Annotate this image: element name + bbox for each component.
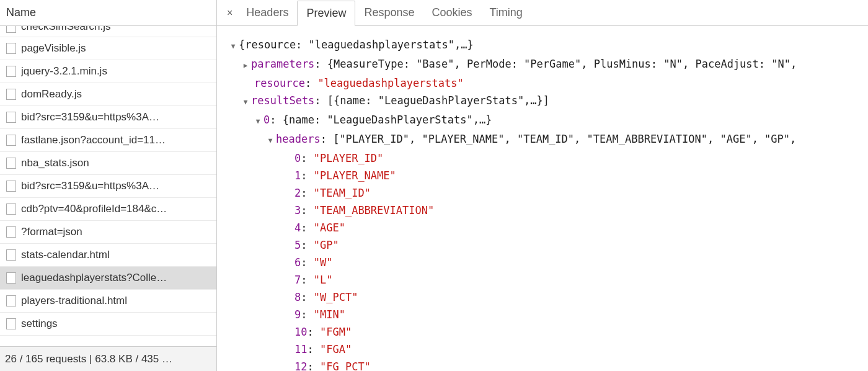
json-string: "PLAYER_ID" <box>314 152 384 164</box>
json-string: "AGE" <box>314 221 345 234</box>
tab-timing[interactable]: Timing <box>481 1 531 25</box>
request-name: pageVisible.js <box>21 42 86 55</box>
json-string: "GP" <box>314 239 339 251</box>
json-preview[interactable]: {resource: "leaguedashplayerstats",…} pa… <box>217 26 868 371</box>
json-string: "TEAM_ID" <box>314 187 371 199</box>
request-row[interactable]: pageVisible.js <box>0 37 216 60</box>
json-key: resource <box>254 77 305 89</box>
json-string: "leaguedashplayerstats" <box>317 77 463 89</box>
expand-toggle-icon[interactable] <box>242 94 249 111</box>
json-key: parameters <box>251 58 314 70</box>
json-index: 6 <box>294 256 301 269</box>
file-icon <box>6 135 16 146</box>
file-icon <box>6 295 16 306</box>
request-list[interactable]: checkSimSearch.jspageVisible.jsjquery-3.… <box>0 26 216 346</box>
request-name: cdb?ptv=40&profileId=184&c… <box>21 203 167 215</box>
json-string: "TEAM_ABBREVIATION" <box>314 204 434 217</box>
request-row[interactable]: domReady.js <box>0 83 216 106</box>
json-index: 9 <box>294 308 301 321</box>
json-index: 2 <box>294 187 301 199</box>
file-icon <box>6 203 16 215</box>
request-name: bid?src=3159&u=https%3A… <box>21 180 159 192</box>
json-index: 12 <box>294 360 307 371</box>
request-name: fastlane.json?account_id=11… <box>21 134 166 146</box>
request-name: settings <box>21 318 58 330</box>
detail-tab-bar: × HeadersPreviewResponseCookiesTiming <box>217 0 868 26</box>
request-row[interactable]: cdb?ptv=40&profileId=184&c… <box>0 198 216 221</box>
json-index: 10 <box>294 326 307 338</box>
json-string: "W_PCT" <box>314 291 358 303</box>
file-icon <box>6 272 16 284</box>
expand-toggle-icon[interactable] <box>229 38 237 55</box>
json-string: "L" <box>314 274 333 286</box>
request-row[interactable]: players-traditional.html <box>0 290 216 313</box>
json-index: 3 <box>294 204 301 217</box>
request-name: domReady.js <box>21 88 82 101</box>
request-row[interactable]: fastlane.json?account_id=11… <box>0 129 216 152</box>
json-summary: {name: "LeagueDashPlayerStats",…} <box>283 114 492 126</box>
tab-preview[interactable]: Preview <box>297 1 355 26</box>
request-row[interactable]: checkSimSearch.js <box>0 26 216 37</box>
file-icon <box>6 26 16 33</box>
json-index: 7 <box>294 274 301 286</box>
json-string: "FGM" <box>320 326 352 338</box>
request-row[interactable]: stats-calendar.html <box>0 244 216 267</box>
file-icon <box>6 318 16 329</box>
request-row[interactable]: jquery-3.2.1.min.js <box>0 60 216 83</box>
json-key: headers <box>276 133 321 145</box>
json-summary: {MeasureType: "Base", PerMode: "PerGame"… <box>327 58 797 70</box>
expand-toggle-icon[interactable] <box>254 113 262 130</box>
request-name: stats-calendar.html <box>21 249 110 261</box>
request-name: bid?src=3159&u=https%3A… <box>21 111 159 123</box>
file-icon <box>6 43 16 54</box>
network-request-list-panel: Name checkSimSearch.jspageVisible.jsjque… <box>0 0 217 371</box>
json-key: 0 <box>264 114 270 126</box>
request-name: checkSimSearch.js <box>21 26 111 33</box>
expand-toggle-icon[interactable] <box>267 132 274 150</box>
json-string: "PLAYER_NAME" <box>314 169 396 182</box>
expand-toggle-icon[interactable] <box>242 57 249 74</box>
request-name: nba_stats.json <box>21 157 89 169</box>
request-row[interactable]: nba_stats.json <box>0 152 216 175</box>
file-icon <box>6 89 16 100</box>
request-detail-panel: × HeadersPreviewResponseCookiesTiming {r… <box>217 0 868 371</box>
request-name: leaguedashplayerstats?Colle… <box>21 272 167 284</box>
json-index: 4 <box>294 221 301 234</box>
file-icon <box>6 66 16 77</box>
request-row[interactable]: settings <box>0 313 216 336</box>
json-index: 11 <box>294 343 307 355</box>
request-row[interactable]: ?format=json <box>0 221 216 244</box>
tab-response[interactable]: Response <box>355 1 423 25</box>
json-index: 0 <box>294 152 301 164</box>
close-icon[interactable]: × <box>222 7 237 19</box>
json-summary: ["PLAYER_ID", "PLAYER_NAME", "TEAM_ID", … <box>333 133 796 145</box>
request-name: ?format=json <box>21 226 82 238</box>
json-string: "FGA" <box>320 343 352 355</box>
json-summary: [{name: "LeagueDashPlayerStats",…}] <box>327 94 549 107</box>
file-icon <box>6 181 16 192</box>
json-key: resultSets <box>251 94 314 107</box>
request-row[interactable]: bid?src=3159&u=https%3A… <box>0 175 216 198</box>
file-icon <box>6 226 16 238</box>
json-index: 1 <box>294 169 301 182</box>
request-name: jquery-3.2.1.min.js <box>21 65 107 78</box>
tab-cookies[interactable]: Cookies <box>423 1 480 25</box>
request-name: players-traditional.html <box>21 295 127 307</box>
json-index: 8 <box>294 291 301 303</box>
json-summary: {resource: "leaguedashplayerstats",…} <box>239 38 474 51</box>
json-string: "FG_PCT" <box>320 360 371 371</box>
json-index: 5 <box>294 239 301 251</box>
file-icon <box>6 112 16 123</box>
request-row[interactable]: leaguedashplayerstats?Colle… <box>0 267 216 290</box>
tab-headers[interactable]: Headers <box>237 1 297 25</box>
json-string: "MIN" <box>314 308 345 321</box>
json-string: "W" <box>314 256 333 269</box>
name-column-header[interactable]: Name <box>0 0 216 26</box>
request-row[interactable]: bid?src=3159&u=https%3A… <box>0 106 216 129</box>
file-icon <box>6 158 16 169</box>
request-summary-footer: 26 / 165 requests | 63.8 KB / 435 … <box>0 346 216 371</box>
file-icon <box>6 249 16 261</box>
